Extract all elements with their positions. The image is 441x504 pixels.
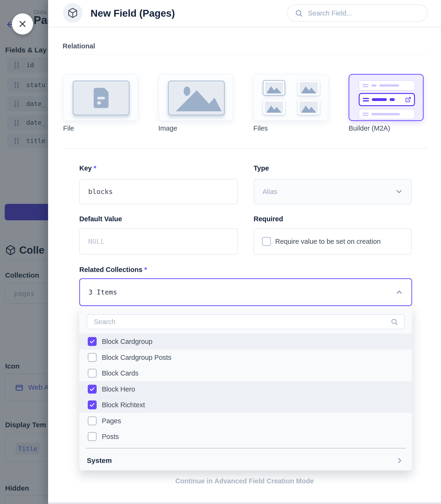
checkbox-unchecked[interactable] xyxy=(88,353,97,362)
checkbox-unchecked[interactable] xyxy=(88,416,97,425)
system-label: System xyxy=(87,456,112,465)
option-label: Block Cardgroup Posts xyxy=(102,354,172,361)
close-drawer-button[interactable] xyxy=(12,13,33,34)
dropdown-search xyxy=(87,314,405,329)
related-collections-select[interactable]: 3 Items xyxy=(79,278,412,306)
option-block-cardgroup[interactable]: Block Cardgroup xyxy=(79,334,412,350)
checkbox-checked[interactable] xyxy=(88,385,97,394)
option-block-richtext[interactable]: Block Richtext xyxy=(79,397,412,413)
option-posts[interactable]: Posts xyxy=(79,429,412,445)
checkbox-unchecked[interactable] xyxy=(262,237,271,246)
checkbox-unchecked[interactable] xyxy=(88,369,97,378)
default-value-input[interactable] xyxy=(80,229,237,254)
builder-row-icon xyxy=(359,109,415,119)
type-card-files-label: Files xyxy=(253,124,268,132)
new-field-drawer: New Field (Pages) Relational File Image xyxy=(48,0,441,504)
divider xyxy=(86,448,406,449)
cube-icon xyxy=(67,8,78,18)
type-select[interactable]: Alias xyxy=(253,179,412,204)
divider xyxy=(63,149,427,149)
file-icon xyxy=(73,81,129,115)
type-label: Type xyxy=(253,164,269,172)
related-collections-dropdown: Block Cardgroup Block Cardgroup Posts Bl… xyxy=(79,306,412,470)
type-card-files[interactable] xyxy=(253,74,328,121)
option-label: Posts xyxy=(102,433,119,441)
option-block-cards[interactable]: Block Cards xyxy=(79,365,412,381)
key-field xyxy=(79,179,238,204)
option-label: Block Hero xyxy=(102,386,135,393)
option-label: Block Richtext xyxy=(102,401,145,409)
page: Data Pag Fields & Lay id statu date_ dat… xyxy=(0,0,441,504)
builder-row-icon xyxy=(359,80,415,91)
required-asterisk: * xyxy=(94,164,96,172)
option-block-hero[interactable]: Block Hero xyxy=(79,381,412,397)
type-card-builder-label: Builder (M2A) xyxy=(348,124,390,132)
close-icon xyxy=(17,19,28,29)
checkbox-checked[interactable] xyxy=(88,401,97,409)
type-card-builder-m2a-selected[interactable] xyxy=(348,74,424,121)
drawer-title: New Field (Pages) xyxy=(91,0,175,27)
field-type-icon-badge xyxy=(63,3,83,23)
key-label: Key * xyxy=(79,164,96,172)
drag-handle-icon xyxy=(362,84,368,87)
related-collections-label: Related Collections * xyxy=(79,266,147,274)
modal-dim-overlay xyxy=(0,0,48,504)
builder-active-row-icon xyxy=(359,93,415,106)
search-icon xyxy=(391,318,398,325)
divider xyxy=(63,54,427,55)
default-value-label: Default Value xyxy=(79,215,122,223)
type-card-image[interactable] xyxy=(158,74,233,121)
image-thumbnail-icon xyxy=(298,80,320,96)
related-collections-value: 3 Items xyxy=(88,288,117,296)
required-checkbox-field[interactable]: Require value to be set on creation xyxy=(253,228,412,254)
dropdown-search-input[interactable] xyxy=(94,318,391,326)
image-thumbnail-icon xyxy=(263,99,285,115)
drag-handle-icon xyxy=(363,98,369,101)
type-value: Alias xyxy=(263,188,277,196)
drag-handle-icon xyxy=(362,113,368,116)
checkbox-checked[interactable] xyxy=(88,337,97,346)
external-link-icon xyxy=(405,97,411,103)
drawer-header: New Field (Pages) xyxy=(48,0,441,27)
image-thumbnail-icon xyxy=(263,80,285,96)
search-icon xyxy=(295,9,303,17)
option-pages[interactable]: Pages xyxy=(79,413,412,429)
image-icon xyxy=(168,81,225,115)
field-search xyxy=(287,4,428,22)
type-card-image-label: Image xyxy=(158,124,177,132)
type-card-file[interactable] xyxy=(63,74,138,121)
advanced-mode-link[interactable]: Continue in Advanced Field Creation Mode xyxy=(48,477,441,485)
required-label: Required xyxy=(253,215,283,223)
type-card-file-label: File xyxy=(63,124,74,132)
chevron-down-icon xyxy=(395,187,403,196)
required-checkbox-label: Require value to be set on creation xyxy=(275,238,381,245)
chevron-up-icon xyxy=(395,288,403,296)
checkbox-unchecked[interactable] xyxy=(88,432,97,441)
system-group-row[interactable]: System xyxy=(79,452,412,469)
key-input[interactable] xyxy=(80,179,237,204)
field-search-input[interactable] xyxy=(308,9,421,17)
image-thumbnail-icon xyxy=(298,99,320,115)
option-label: Block Cards xyxy=(102,370,138,377)
chevron-right-icon xyxy=(396,456,404,465)
required-asterisk: * xyxy=(144,266,147,273)
option-label: Block Cardgroup xyxy=(102,338,153,345)
default-value-field xyxy=(79,228,238,254)
section-heading-relational: Relational xyxy=(63,42,95,50)
option-label: Pages xyxy=(102,417,121,425)
option-block-cardgroup-posts[interactable]: Block Cardgroup Posts xyxy=(79,350,412,365)
footer-divider xyxy=(48,502,441,504)
